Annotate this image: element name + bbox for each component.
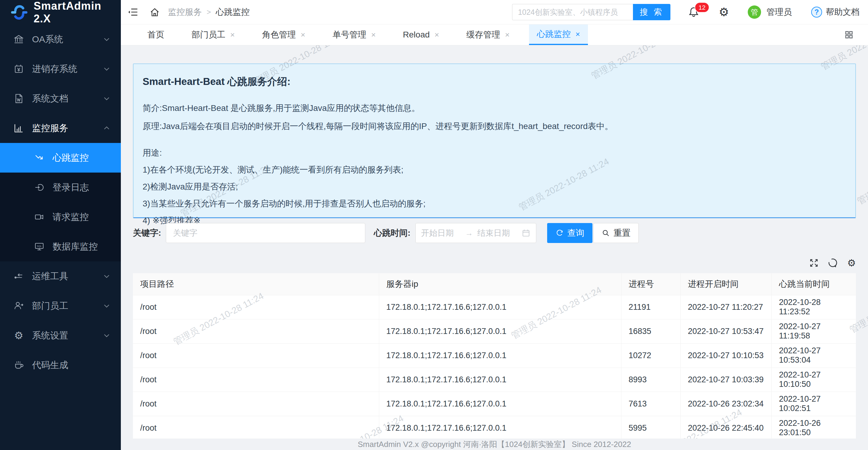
settings-gear-icon[interactable]: ⚙ (719, 6, 729, 18)
sidebar-item-settings[interactable]: ⚙ 系统设置 (0, 321, 121, 350)
page-content: Smart-Heart-Beat 心跳服务介绍: 简介:Smart-Heart-… (121, 45, 868, 450)
bank-icon (13, 34, 24, 45)
notification-bell[interactable]: 12 (688, 6, 700, 18)
close-icon[interactable]: × (301, 31, 305, 39)
sidebar-item-heartbeat[interactable]: 心跳监控 (0, 143, 121, 173)
intro-line: 简介:Smart-Heart-Beat 是心跳服务,用于监测Java应用的状态等… (143, 102, 846, 114)
breadcrumb-separator: > (207, 8, 211, 16)
cell-process-id: 7613 (621, 392, 680, 416)
sidebar-menu: OA系统 进销存系统 系统文档 监 (0, 25, 121, 450)
help-link[interactable]: ? 帮助文档 (811, 6, 860, 18)
logo: SmartAdmin 2.X (0, 0, 121, 25)
refresh-table-icon[interactable] (828, 258, 838, 268)
tab-cache-manage[interactable]: 缓存管理 × (458, 25, 517, 45)
menu-fold-icon[interactable] (127, 7, 138, 18)
intro-panel: Smart-Heart-Beat 心跳服务介绍: 简介:Smart-Heart-… (133, 63, 856, 218)
tab-dept-staff[interactable]: 部门员工 × (184, 25, 243, 45)
tab-label: 首页 (148, 29, 164, 40)
sidebar-item-db-monitor[interactable]: SQL 数据库监控 (0, 232, 121, 262)
close-icon[interactable]: × (505, 31, 509, 39)
search-icon (601, 229, 610, 237)
query-button[interactable]: 查询 (547, 223, 592, 243)
table-row: /root 172.18.0.1;172.17.16.6;127.0.0.1 5… (133, 416, 856, 440)
close-icon[interactable]: × (371, 31, 376, 39)
end-date-placeholder: 结束日期 (477, 228, 517, 238)
chevron-down-icon (103, 35, 111, 43)
keyword-label: 关键字: (133, 227, 161, 239)
table-row: /root 172.18.0.1;172.17.16.6;127.0.0.1 2… (133, 295, 856, 319)
sidebar-item-login-log[interactable]: 登录日志 (0, 173, 121, 202)
sidebar-item-label: OA系统 (32, 33, 103, 46)
sidebar-item-codegen[interactable]: 代码生成 (0, 350, 121, 380)
intro-title: Smart-Heart-Beat 心跳服务介绍: (143, 75, 846, 89)
cell-server-ip: 172.18.0.1;172.17.16.6;127.0.0.1 (379, 319, 621, 343)
breadcrumb: 监控服务 > 心跳监控 (168, 6, 250, 18)
filter-bar: 关键字: 心跳时间: 开始日期 → 结束日期 查询 重置 (133, 223, 856, 243)
sidebar-item-staff[interactable]: 部门员工 (0, 291, 121, 321)
sidebar-item-monitor[interactable]: 监控服务 (0, 113, 121, 143)
breadcrumb-current: 心跳监控 (216, 6, 250, 18)
cell-server-ip: 172.18.0.1;172.17.16.6;127.0.0.1 (379, 367, 621, 392)
main-area: 监控服务 > 心跳监控 搜 索 12 ⚙ 管 管理员 (121, 0, 868, 450)
cell-process-id: 5995 (621, 416, 680, 440)
ops-tools-icon (13, 271, 24, 282)
breadcrumb-parent[interactable]: 监控服务 (168, 6, 202, 18)
login-icon (34, 182, 45, 193)
tab-reload[interactable]: Reload × (395, 25, 447, 45)
tab-serial-manage[interactable]: 单号管理 × (324, 25, 383, 45)
sql-monitor-icon: SQL (34, 241, 45, 252)
tab-role-manage[interactable]: 角色管理 × (254, 25, 313, 45)
chevron-up-icon (103, 124, 111, 132)
usage-title: 用途: (143, 147, 846, 159)
close-icon[interactable]: × (434, 31, 439, 39)
tab-heartbeat-monitor[interactable]: 心跳监控 × (529, 25, 588, 45)
home-icon[interactable] (149, 7, 160, 18)
close-icon[interactable]: × (576, 30, 580, 38)
avatar: 管 (748, 5, 761, 19)
user-menu[interactable]: 管 管理员 (748, 5, 792, 19)
cell-project-path: /root (133, 343, 379, 367)
sidebar-item-request-monitor[interactable]: 请求监控 (0, 202, 121, 232)
column-settings-gear-icon[interactable]: ⚙ (847, 258, 856, 268)
sidebar-item-oa[interactable]: OA系统 (0, 25, 121, 54)
tab-layout-grid-icon[interactable] (844, 25, 859, 45)
top-bar-right: 搜 索 12 ⚙ 管 管理员 ? 帮助文档 (512, 4, 860, 20)
sidebar-item-label: 数据库监控 (53, 241, 111, 253)
usage-item: 2)检测Java应用是否存活; (143, 181, 846, 192)
sidebar-item-label: 登录日志 (53, 181, 111, 194)
chevron-down-icon (103, 272, 111, 280)
usage-item: 1)在各个环境(无论开发、测试、生产)能统一看到所有启动的服务列表; (143, 164, 846, 176)
search-input[interactable] (512, 4, 633, 20)
close-icon[interactable]: × (230, 31, 235, 39)
col-process-start-time: 进程开启时间 (680, 273, 771, 295)
cell-server-ip: 172.18.0.1;172.17.16.6;127.0.0.1 (379, 343, 621, 367)
footer-text: SmartAdmin V2.x @copyright 河南·洛阳【1024创新实… (358, 439, 631, 450)
cell-heartbeat-time: 2022-10-27 11:19:58 (772, 319, 856, 343)
tab-home[interactable]: 首页 (140, 25, 172, 45)
reset-button[interactable]: 重置 (593, 223, 639, 243)
sidebar-item-inventory[interactable]: 进销存系统 (0, 54, 121, 84)
chevron-down-icon (103, 302, 111, 310)
sidebar-item-label: 监控服务 (32, 122, 103, 134)
keyword-input[interactable] (166, 223, 365, 243)
cell-process-id: 10272 (621, 343, 680, 367)
question-icon: ? (811, 7, 822, 18)
refresh-icon (555, 229, 564, 237)
notification-badge: 12 (694, 2, 709, 13)
sidebar-item-label: 代码生成 (32, 359, 111, 371)
fullscreen-icon[interactable] (809, 258, 819, 268)
tab-label: 单号管理 (332, 29, 366, 40)
global-search: 搜 索 (512, 4, 671, 20)
sidebar-item-label: 系统文档 (32, 92, 103, 105)
heartbeat-table: 项目路径 服务器ip 进程号 进程开启时间 心跳当前时间 /root 172.1… (133, 273, 856, 440)
gear-icon: ⚙ (13, 330, 24, 341)
cell-server-ip: 172.18.0.1;172.17.16.6;127.0.0.1 (379, 416, 621, 440)
sidebar-item-ops-tools[interactable]: 运维工具 (0, 262, 121, 291)
sidebar-item-docs[interactable]: 系统文档 (0, 84, 121, 113)
cell-process-start-time: 2022-10-26 23:02:34 (680, 392, 771, 416)
sidebar-item-label: 心跳监控 (53, 152, 111, 164)
heartbeat-trend-icon (34, 152, 45, 163)
date-range-picker[interactable]: 开始日期 → 结束日期 (415, 223, 536, 243)
table-row: /root 172.18.0.1;172.17.16.6;127.0.0.1 7… (133, 392, 856, 416)
search-button[interactable]: 搜 索 (633, 4, 671, 20)
